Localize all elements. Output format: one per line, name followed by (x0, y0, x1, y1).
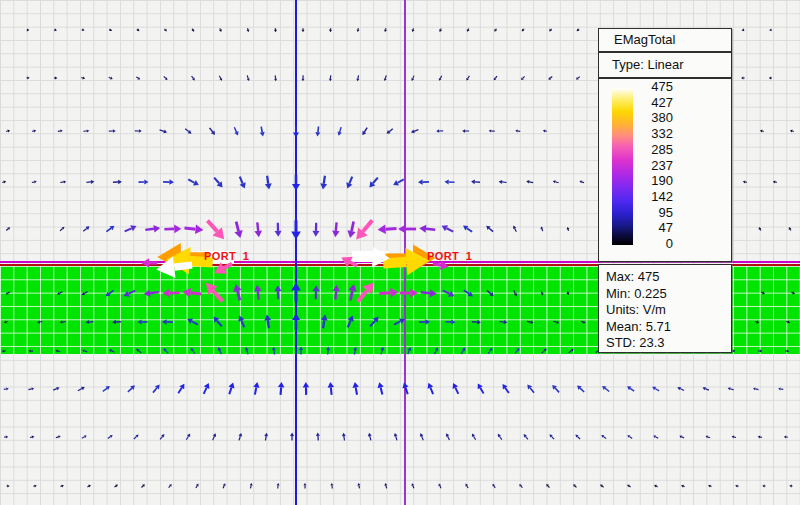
stats-line: Max: 475 (606, 269, 731, 286)
stats-line: Mean: 5.71 (606, 319, 731, 336)
legend-stats-panel[interactable]: Max: 475Min: 0.225Units: V/mMean: 5.71ST… (598, 264, 732, 353)
stats-lines: Max: 475Min: 0.225Units: V/mMean: 5.71ST… (606, 269, 731, 352)
colorbar-tick-label: 427 (639, 96, 673, 110)
stats-line: STD: 23.3 (606, 335, 731, 352)
legend-colorbar-panel[interactable]: 47542738033228523719014295470 (598, 78, 732, 262)
colorbar-tick-label: 237 (639, 159, 673, 173)
colorbar-tick-label: 0 (639, 237, 673, 251)
colorbar-gradient (612, 88, 633, 245)
legend-scale-type: Type: Linear (612, 57, 684, 72)
port1-label-left: PORT_1 (204, 250, 249, 262)
port1-label-right: PORT_1 (427, 250, 472, 262)
colorbar-tick-label: 47 (639, 221, 673, 235)
colorbar-tick-label: 285 (639, 143, 673, 157)
legend-title-panel[interactable]: EMagTotal (598, 28, 732, 52)
colorbar-tick-label: 190 (639, 174, 673, 188)
stats-line: Units: V/m (606, 302, 731, 319)
legend-type-panel[interactable]: Type: Linear (598, 52, 732, 78)
center-axis-line (295, 0, 297, 505)
colorbar-tick-label: 475 (639, 80, 673, 94)
colorbar-tick-label: 142 (639, 190, 673, 204)
port-boundary-line (404, 0, 406, 505)
stats-line: Min: 0.225 (606, 286, 731, 303)
colorbar-tick-label: 95 (639, 206, 673, 220)
legend-title: EMagTotal (614, 32, 675, 47)
colorbar-tick-label: 332 (639, 127, 673, 141)
field-plot-viewport: PORT_1 PORT_1 EMagTotal Type: Linear 475… (0, 0, 800, 505)
colorbar-tick-label: 380 (639, 111, 673, 125)
